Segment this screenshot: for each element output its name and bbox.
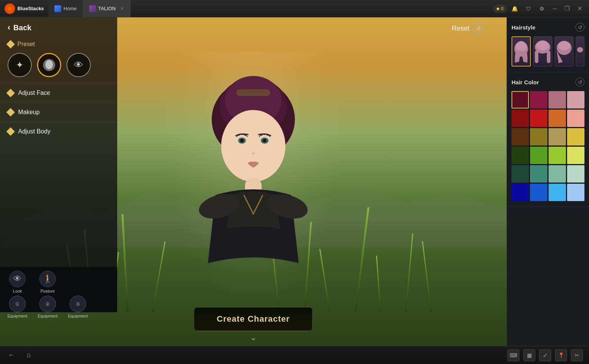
svg-point-25 bbox=[577, 47, 583, 52]
look-icon: 👁 bbox=[9, 271, 26, 287]
notification-btn[interactable]: 🔔 bbox=[510, 3, 520, 14]
hair-style-4-preview bbox=[576, 39, 584, 64]
color-swatch-23[interactable] bbox=[567, 184, 584, 201]
expand-sys-btn[interactable]: ⤢ bbox=[539, 349, 551, 361]
preset-label-text: Preset bbox=[17, 41, 35, 48]
preset-diamond-icon bbox=[6, 40, 15, 49]
hairstyle-title: Hairstyle bbox=[512, 24, 535, 31]
look-label: Look bbox=[13, 289, 22, 293]
bottom-row-2: ① Equipment ② Equipment ③ Equipment bbox=[6, 296, 111, 318]
talion-tab-icon bbox=[89, 5, 96, 12]
color-swatch-8[interactable] bbox=[512, 128, 529, 146]
settings-btn[interactable]: ⚙ bbox=[537, 3, 547, 14]
minimize-btn[interactable]: ─ bbox=[550, 5, 559, 12]
color-swatch-0[interactable] bbox=[512, 91, 529, 108]
titlebar-right: ● 0 🔔 🛡 ⚙ ─ ❐ ✕ bbox=[493, 3, 589, 14]
color-swatch-13[interactable] bbox=[530, 147, 547, 164]
color-swatch-15[interactable] bbox=[567, 147, 584, 164]
equipment3-control[interactable]: ③ Equipment bbox=[67, 296, 89, 318]
color-swatch-11[interactable] bbox=[567, 128, 584, 146]
back-arrow-icon: ‹ bbox=[8, 23, 10, 33]
adjust-face-item[interactable]: Adjust Face bbox=[0, 83, 117, 102]
preset-section: Preset ✦ 👁 bbox=[0, 38, 117, 83]
home-tab-icon bbox=[54, 5, 61, 12]
game-area: ‹ Back Preset ✦ 👁 Adjust Face bbox=[0, 17, 507, 346]
hair-color-refresh-btn[interactable]: ↺ bbox=[575, 77, 584, 87]
scissors-sys-btn[interactable]: ✂ bbox=[571, 349, 583, 361]
color-swatch-7[interactable] bbox=[567, 110, 584, 127]
layout-sys-btn[interactable]: ▦ bbox=[523, 349, 535, 361]
tab-talion-label: TALION bbox=[98, 6, 116, 11]
equipment1-control[interactable]: ① Equipment bbox=[6, 296, 29, 318]
color-swatch-6[interactable] bbox=[549, 110, 566, 127]
color-swatch-21[interactable] bbox=[530, 184, 547, 201]
adjust-face-label: Adjust Face bbox=[18, 90, 50, 96]
makeup-item[interactable]: Makeup bbox=[0, 102, 117, 122]
back-button[interactable]: ‹ Back bbox=[0, 17, 117, 38]
pin-sys-btn[interactable]: 📍 bbox=[555, 349, 567, 361]
posture-control[interactable]: 🚶 Posture bbox=[36, 271, 59, 293]
hairstyle-thumb-2[interactable] bbox=[533, 36, 552, 67]
hairstyle-header: Hairstyle ↺ bbox=[512, 23, 584, 32]
shield-btn[interactable]: 🛡 bbox=[523, 3, 534, 14]
titlebar: BlueStacks Home TALION ✕ ● 0 🔔 🛡 ⚙ ─ ❐ ✕ bbox=[0, 0, 589, 17]
color-swatch-3[interactable] bbox=[567, 91, 584, 108]
character-svg bbox=[178, 67, 329, 293]
hairstyle-thumb-3[interactable] bbox=[555, 36, 574, 67]
keyboard-sys-btn[interactable]: ⌨ bbox=[507, 349, 519, 361]
color-swatch-17[interactable] bbox=[530, 165, 547, 183]
reset-button[interactable]: Reset ↺ bbox=[452, 23, 484, 34]
create-character-wrap: Create Character ⌄ bbox=[194, 307, 313, 331]
svg-point-16 bbox=[45, 60, 53, 69]
color-swatch-4[interactable] bbox=[512, 110, 529, 127]
posture-label: Posture bbox=[40, 289, 55, 293]
tab-talion[interactable]: TALION ✕ bbox=[83, 0, 130, 17]
taskbar-left: ← ⌂ bbox=[6, 350, 34, 361]
reset-label: Reset bbox=[452, 25, 470, 33]
app-logo: BlueStacks bbox=[0, 3, 48, 14]
color-swatch-18[interactable] bbox=[549, 165, 566, 183]
color-swatch-12[interactable] bbox=[512, 147, 529, 164]
equipment2-control[interactable]: ② Equipment bbox=[36, 296, 59, 318]
taskbar: ← ⌂ ⌨ ▦ ⤢ 📍 ✂ bbox=[0, 346, 589, 364]
color-swatch-9[interactable] bbox=[530, 128, 547, 146]
back-nav-icon[interactable]: ← bbox=[6, 350, 17, 361]
reset-refresh-icon: ↺ bbox=[473, 23, 484, 34]
equip2-label: Equipment bbox=[38, 314, 58, 318]
color-swatch-14[interactable] bbox=[549, 147, 566, 164]
hair-color-header: Hair Color ↺ bbox=[512, 77, 584, 87]
create-character-button[interactable]: Create Character bbox=[194, 307, 313, 331]
equip3-label: Equipment bbox=[68, 314, 88, 318]
preset-icons-row: ✦ 👁 bbox=[8, 53, 110, 77]
hairstyle-thumb-1[interactable] bbox=[512, 36, 531, 67]
home-nav-icon[interactable]: ⌂ bbox=[23, 350, 34, 361]
preset-magic-btn[interactable]: ✦ bbox=[8, 53, 32, 77]
hairstyle-thumb-4[interactable] bbox=[576, 36, 584, 67]
color-swatch-1[interactable] bbox=[530, 91, 547, 108]
face-icon bbox=[42, 58, 56, 72]
adjust-body-label: Adjust Body bbox=[18, 128, 50, 135]
close-btn[interactable]: ✕ bbox=[575, 5, 584, 12]
look-control[interactable]: 👁 Look bbox=[6, 271, 29, 293]
color-swatch-16[interactable] bbox=[512, 165, 529, 183]
color-swatch-20[interactable] bbox=[512, 184, 529, 201]
tab-close-icon[interactable]: ✕ bbox=[120, 6, 124, 11]
restore-btn[interactable]: ❐ bbox=[562, 5, 572, 12]
hairstyle-refresh-btn[interactable]: ↺ bbox=[575, 23, 584, 32]
preset-eye-btn[interactable]: 👁 bbox=[67, 53, 91, 77]
hair-style-1-preview bbox=[512, 39, 530, 64]
hairstyle-section: Hairstyle ↺ bbox=[507, 17, 589, 72]
tab-home[interactable]: Home bbox=[48, 0, 83, 17]
coin-display: ● 0 bbox=[493, 5, 506, 13]
preset-face-btn[interactable] bbox=[37, 53, 61, 77]
character-figure bbox=[163, 51, 344, 308]
preset-label-row: Preset bbox=[8, 41, 110, 48]
hair-style-3-preview bbox=[555, 39, 574, 64]
color-swatch-10[interactable] bbox=[549, 128, 566, 146]
hair-color-grid bbox=[512, 91, 584, 201]
color-swatch-2[interactable] bbox=[549, 91, 566, 108]
adjust-body-item[interactable]: Adjust Body bbox=[0, 122, 117, 141]
color-swatch-19[interactable] bbox=[567, 165, 584, 183]
color-swatch-22[interactable] bbox=[549, 184, 566, 201]
color-swatch-5[interactable] bbox=[530, 110, 547, 127]
